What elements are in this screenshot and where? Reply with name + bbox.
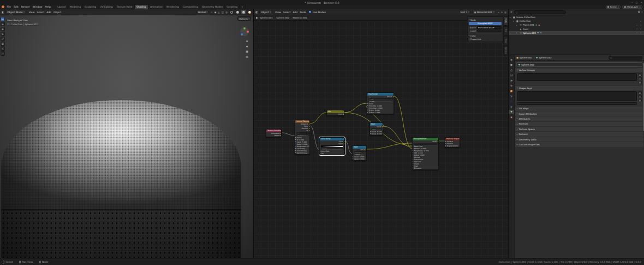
material-slot-select[interactable]: Slot 1 ▾ (459, 10, 471, 14)
shape-key-value-slider[interactable] (517, 102, 637, 105)
n-tab-options[interactable]: Options (503, 46, 508, 55)
viewport-menu-item[interactable]: Add (45, 11, 52, 14)
node-socket-row[interactable]: Multiply (354, 151, 366, 154)
viewport-menu-item[interactable]: View (28, 11, 36, 14)
outliner-row-collection[interactable]: ▾ ▦ Collection ✓ (509, 19, 644, 23)
shape-key-specials-button[interactable]: ▾ (638, 99, 642, 102)
node-socket-row[interactable]: Linear (368, 101, 393, 103)
shader-node-mix-color[interactable]: MixColor (326, 110, 344, 116)
vertex-group-specials-button[interactable]: ▾ (638, 81, 642, 84)
solid-shading-button[interactable] (235, 10, 240, 14)
vertex-groups-list[interactable] (517, 73, 637, 81)
collapsed-panel[interactable]: ▸ Normals (515, 122, 643, 126)
outliner-search-input[interactable]: ○ (514, 10, 566, 14)
unlink-material-icon[interactable]: ✕ (493, 11, 495, 13)
node-socket-row[interactable]: Add (371, 128, 382, 131)
menu-item[interactable]: Help (44, 5, 52, 9)
blender-logo-icon[interactable] (2, 5, 4, 8)
n-tab-tool[interactable]: Tool (503, 26, 508, 36)
tab-texture-paint[interactable]: Texture Paint (115, 5, 135, 9)
vertex-groups-panel-header[interactable]: ▾ Vertex Groups (515, 68, 643, 72)
n-tab-view[interactable]: View (503, 36, 508, 45)
shader-menu-item[interactable]: Select (282, 11, 292, 14)
expand-arrow-icon[interactable]: ▾ (510, 16, 512, 19)
node-socket-row[interactable]: Clamp (354, 154, 366, 156)
outliner-item-label[interactable]: Scene Collection (516, 16, 535, 19)
filter-funnel-icon[interactable]: ▼ (638, 11, 640, 14)
expand-arrow-icon[interactable]: ▸ (516, 32, 518, 34)
shader-type-select[interactable]: Object ▾ (259, 10, 272, 14)
collapsed-panel[interactable]: ▸ Texture Space (515, 127, 643, 131)
tab-modeling[interactable]: Modeling (68, 5, 83, 9)
expand-arrow-icon[interactable]: ▸ (516, 24, 518, 26)
editor-type-icon[interactable]: ◧ (2, 11, 4, 14)
shader-node-voronoi-texture[interactable]: Voronoi TextureDistanceColorPositionW3DS… (295, 120, 310, 155)
colorramp-gradient[interactable] (321, 145, 343, 148)
properties-search-input[interactable]: ○ (609, 56, 642, 60)
overlays-toggle-icon[interactable]: ◎ (504, 11, 506, 14)
node-socket-row[interactable]: Linear (321, 148, 344, 150)
collapsed-panel[interactable]: ▸ Remesh (515, 132, 643, 136)
visibility-toggles[interactable]: ✓ ✓ (636, 28, 643, 30)
tool-tab[interactable]: ⚙ (509, 57, 514, 62)
shader-node-principled-bsdf[interactable]: Principled BSDFBSDFGGXBase ColorMetallic… (412, 137, 439, 170)
node-socket-row[interactable]: Randomness (295, 152, 309, 154)
node-socket-row[interactable]: Value (370, 126, 383, 128)
node-socket-row[interactable]: W (295, 129, 309, 132)
node-name-input[interactable]: Principled BSDF (477, 26, 502, 29)
node-graph[interactable]: Texture CoordinateGeneratedObjectVoronoi… (254, 21, 508, 258)
node-socket-row[interactable]: Result (367, 96, 393, 98)
tab-add-workspace[interactable]: + (240, 5, 246, 9)
material-tab[interactable]: ◉ (509, 115, 514, 120)
menu-item[interactable]: File (5, 5, 13, 9)
breadcrumb-item[interactable]: Material.001 (293, 16, 307, 19)
viewlayer-unlink-icon[interactable]: ✕ (639, 6, 641, 8)
particles-tab[interactable]: ∷ (509, 99, 514, 104)
mesh-data-name-field[interactable]: ▼ Sphere.002 (516, 62, 642, 67)
snapping-magnet-icon[interactable]: ∩ (211, 11, 212, 14)
tab-sculpting[interactable]: Sculpting (83, 5, 98, 9)
measure-tool[interactable]: ⌒ (1, 51, 5, 56)
pin-icon[interactable]: ⌖ (498, 11, 499, 14)
shader-node-map-range[interactable]: Map RangeResultFloatLinearValueFrom Min:… (367, 92, 394, 114)
outliner-item-label[interactable]: Point (523, 28, 528, 31)
pivot-point-icon[interactable]: ◉ (214, 11, 216, 14)
rendered-shading-button[interactable] (247, 10, 252, 14)
node-socket-row[interactable]: Value: 0.500 (370, 133, 383, 135)
scale-tool[interactable]: ⤢ (1, 37, 5, 41)
collapsed-panel[interactable]: ▸ Color Attributes (515, 111, 643, 116)
physics-tab[interactable]: ↺ (509, 104, 514, 109)
expand-arrow-icon[interactable]: ▾ (513, 20, 515, 22)
tab-animation[interactable]: Animation (148, 5, 165, 9)
shader-menu-item[interactable]: View (274, 11, 282, 14)
visibility-toggles[interactable]: ✓ ✓ (636, 32, 643, 34)
wireframe-shading-button[interactable] (229, 10, 234, 14)
editor-type-icon[interactable]: ◩ (255, 11, 258, 14)
scene-tab[interactable]: ◔ (509, 78, 514, 83)
viewport-menu-item[interactable]: Select (35, 11, 45, 14)
tab-geometry-nodes[interactable]: Geometry Nodes (200, 5, 225, 9)
collapsed-panel[interactable]: ▸ Attributes (515, 116, 643, 121)
node-socket-row[interactable]: Alpha (320, 143, 344, 145)
node-socket-row[interactable]: Value: 0.500 (353, 158, 366, 160)
shape-keys-panel-header[interactable]: ▾ Shape Keys (515, 86, 643, 90)
tab-compositing[interactable]: Compositing (181, 5, 200, 9)
material-datablock-selector[interactable]: ◉ Material.001 ✕ (472, 10, 496, 14)
node-socket-row[interactable]: Float (368, 98, 393, 101)
visibility-toggles[interactable]: ✓ (640, 20, 643, 22)
world-tab[interactable]: ◍ (509, 84, 514, 88)
options-dropdown[interactable]: Options ▾ (237, 16, 251, 21)
shader-node-color-ramp[interactable]: Color RampColorAlphaLinearPos 0.500Fac (319, 137, 345, 155)
gizmo-toggle-icon[interactable]: ◫ (222, 11, 224, 14)
properties-scrollbar[interactable] (643, 63, 644, 131)
node-socket-row[interactable]: Smooth F1 (296, 134, 309, 137)
viewport-menu-item[interactable]: Object (52, 11, 63, 14)
outliner-item-label[interactable]: Plane.001 (523, 23, 534, 26)
shader-node-texture-coordinate[interactable]: Texture CoordinateGeneratedObject (266, 129, 282, 137)
tab-scripting[interactable]: Scripting (225, 5, 240, 9)
mode-select[interactable]: Object Mode ▾ (5, 10, 26, 14)
shader-node-math-add[interactable]: MathValueAddValue: 0.500Value: 0.500 (369, 122, 383, 136)
shader-menu-item[interactable]: Add (292, 11, 299, 14)
chevron-down-icon[interactable]: ▾ (641, 11, 642, 13)
breadcrumb-item[interactable]: Sphere.001 (260, 16, 273, 19)
